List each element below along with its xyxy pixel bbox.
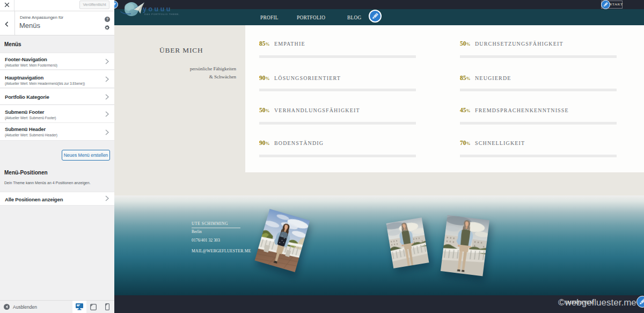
svg-text:?: ? <box>106 17 108 21</box>
svg-text:DAS PORTFOLIO THEME.: DAS PORTFOLIO THEME. <box>144 13 180 16</box>
svg-text:youuu: youuu <box>143 5 172 13</box>
